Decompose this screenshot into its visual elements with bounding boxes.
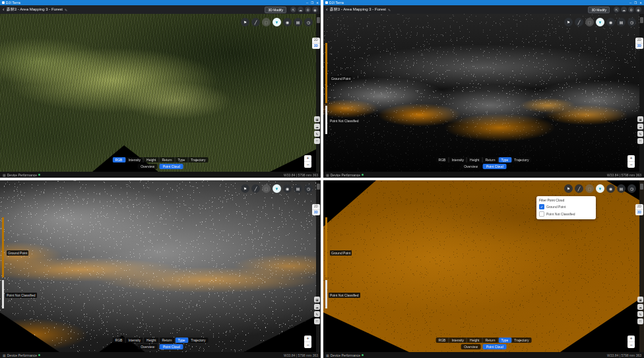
maximize-button[interactable]: ❐ xyxy=(311,1,313,5)
filter-icon[interactable]: ▼ xyxy=(273,184,281,193)
zoom-in-button[interactable]: + xyxy=(628,336,635,342)
collapse-panel-handle[interactable] xyxy=(317,17,320,23)
close-button[interactable]: ✕ xyxy=(316,1,319,5)
compare-icon[interactable]: ▢ xyxy=(262,184,271,193)
annotation-flag-icon[interactable]: ⚑ xyxy=(241,184,249,193)
measure-icon[interactable]: ╱ xyxy=(575,184,583,193)
mode-button-height[interactable]: Height xyxy=(144,157,159,162)
mode-button-return[interactable]: Return xyxy=(160,157,176,162)
device-performance-toggle[interactable]: ▦ Device Performance xyxy=(326,173,364,177)
zoom-out-button[interactable]: − xyxy=(304,342,311,348)
compare-icon[interactable]: ▢ xyxy=(262,18,271,26)
point-not-classified-checkbox[interactable]: ✓ xyxy=(539,211,544,217)
minimize-button[interactable]: ─ xyxy=(629,1,631,5)
minimize-button[interactable]: ─ xyxy=(306,1,308,5)
3d-option[interactable]: 3D xyxy=(312,44,320,49)
cloud-icon[interactable]: ☁ xyxy=(621,7,627,13)
filter-option-ground-point[interactable]: ✓ Ground Point xyxy=(539,204,593,209)
mode-button-rgb[interactable]: RGB xyxy=(113,338,126,343)
2d-option[interactable]: 2D xyxy=(635,38,643,44)
device-performance-toggle[interactable]: ▦ Device Performance xyxy=(3,353,40,357)
measure-icon[interactable]: ╱ xyxy=(251,184,260,193)
device-performance-toggle[interactable]: ▦ Device Performance xyxy=(326,353,364,357)
settings-icon[interactable]: ⚙ xyxy=(305,7,311,13)
cloud-layer-icon[interactable]: ☁ xyxy=(637,124,643,129)
history-clock-icon[interactable]: ◷ xyxy=(304,18,313,26)
annotate-icon[interactable]: ✎ xyxy=(314,311,320,317)
mode-button-height[interactable]: Height xyxy=(467,157,482,162)
screenshot-camera-icon[interactable]: ◉ xyxy=(606,18,615,26)
histogram-icon[interactable]: ▤ xyxy=(294,18,302,26)
maximize-button[interactable]: ❐ xyxy=(634,1,637,5)
3d-option[interactable]: 3D xyxy=(635,44,643,49)
3d-modify-button[interactable]: 3D Modify xyxy=(265,7,286,13)
tab-overview[interactable]: Overview xyxy=(461,164,481,169)
annotate-icon[interactable]: ✎ xyxy=(637,131,643,137)
history-clock-icon[interactable]: ◷ xyxy=(628,184,636,193)
mode-button-type[interactable]: Type xyxy=(499,338,512,343)
mode-button-trajectory[interactable]: Trajectory xyxy=(511,338,531,343)
ground-point-checkbox[interactable]: ✓ xyxy=(539,204,544,209)
zoom-in-button[interactable]: + xyxy=(304,155,311,162)
tab-point-cloud[interactable]: Point Cloud xyxy=(483,164,507,169)
edit-title-icon[interactable]: ✎ xyxy=(65,8,67,12)
2d-option[interactable]: 2D xyxy=(312,204,320,210)
cloud-layer-icon[interactable]: ☁ xyxy=(314,304,320,310)
mode-button-trajectory[interactable]: Trajectory xyxy=(188,157,208,162)
annotation-flag-icon[interactable]: ⚑ xyxy=(564,18,573,26)
compare-icon[interactable]: ▢ xyxy=(585,184,594,193)
tab-point-cloud[interactable]: Point Cloud xyxy=(160,344,183,349)
collapse-panel-handle[interactable] xyxy=(317,184,320,190)
screenshot-camera-icon[interactable]: ◉ xyxy=(283,184,292,193)
3d-option[interactable]: 3D xyxy=(635,210,643,215)
annotate-icon[interactable]: ✎ xyxy=(637,311,643,317)
edit-title-icon[interactable]: ✎ xyxy=(388,8,391,12)
tab-point-cloud[interactable]: Point Cloud xyxy=(483,344,507,349)
zoom-out-button[interactable]: − xyxy=(628,162,635,168)
zoom-in-button[interactable]: + xyxy=(628,155,635,162)
mode-button-return[interactable]: Return xyxy=(160,338,176,343)
grid-icon[interactable]: ⌗ xyxy=(637,138,643,144)
grid-icon[interactable]: ⌗ xyxy=(314,138,320,144)
mode-button-type[interactable]: Type xyxy=(176,338,189,343)
mode-button-height[interactable]: Height xyxy=(467,338,482,343)
mode-button-type[interactable]: Type xyxy=(176,157,189,162)
2d-option[interactable]: 2D xyxy=(635,204,643,210)
mode-button-intensity[interactable]: Intensity xyxy=(125,157,144,162)
cloud-layer-icon[interactable]: ☁ xyxy=(314,124,320,129)
cloud-layer-icon[interactable]: ☁ xyxy=(637,304,643,310)
mode-button-rgb[interactable]: RGB xyxy=(113,157,126,162)
measure-icon[interactable]: ╱ xyxy=(251,18,260,26)
collapse-panel-handle[interactable] xyxy=(640,17,643,23)
screenshot-camera-icon[interactable]: ◉ xyxy=(283,18,292,26)
mode-button-height[interactable]: Height xyxy=(144,338,159,343)
point-cloud-view[interactable] xyxy=(0,14,321,172)
annotate-icon[interactable]: ✎ xyxy=(314,131,320,137)
device-performance-toggle[interactable]: ▦ Device Performance xyxy=(3,173,40,177)
3d-option[interactable]: 3D xyxy=(312,210,320,215)
mode-button-trajectory[interactable]: Trajectory xyxy=(188,338,208,343)
mode-button-return[interactable]: Return xyxy=(483,157,499,162)
annotation-flag-icon[interactable]: ⚑ xyxy=(564,184,573,193)
collapse-panel-handle[interactable] xyxy=(640,184,643,190)
history-clock-icon[interactable]: ◷ xyxy=(304,184,313,193)
mode-button-rgb[interactable]: RGB xyxy=(436,338,449,343)
zoom-out-button[interactable]: − xyxy=(304,162,311,168)
frame-icon[interactable]: ▣ xyxy=(637,297,643,303)
mode-button-intensity[interactable]: Intensity xyxy=(449,157,467,162)
share-icon[interactable]: ⇱ xyxy=(614,7,620,13)
zoom-out-button[interactable]: − xyxy=(628,342,635,348)
mode-button-type[interactable]: Type xyxy=(499,157,512,162)
mode-button-intensity[interactable]: Intensity xyxy=(449,338,467,343)
zoom-in-button[interactable]: + xyxy=(304,336,311,342)
back-button[interactable]: ‹ xyxy=(3,7,5,13)
measure-icon[interactable]: ╱ xyxy=(575,18,583,26)
tab-overview[interactable]: Overview xyxy=(137,164,158,169)
compare-icon[interactable]: ▢ xyxy=(585,18,594,26)
filter-option-point-not-classified[interactable]: ✓ Point Not Classified xyxy=(539,211,593,217)
histogram-icon[interactable]: ▤ xyxy=(294,184,302,193)
mode-button-return[interactable]: Return xyxy=(483,338,499,343)
filter-icon[interactable]: ▼ xyxy=(596,18,604,26)
frame-icon[interactable]: ▣ xyxy=(314,116,320,122)
share-icon[interactable]: ⇱ xyxy=(290,7,296,13)
